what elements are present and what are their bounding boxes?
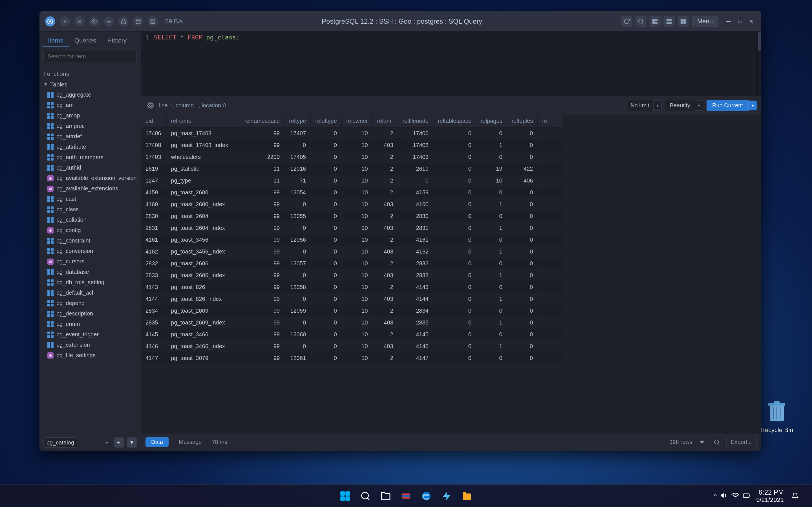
sidebar-item-pg-default-acl[interactable]: pg_default_acl (40, 288, 141, 298)
sidebar-item-pg-database[interactable]: pg_database (40, 267, 141, 277)
search-results-button[interactable] (712, 437, 722, 447)
sidebar-item-pg-amproc[interactable]: pg_amproc (40, 121, 141, 131)
table-row[interactable]: 4159pg_toast_2600991205401024159000 (141, 187, 563, 199)
notification-button[interactable] (790, 490, 801, 502)
col-relowner[interactable]: relowner (342, 115, 372, 127)
menu-button[interactable]: Menu (692, 16, 718, 27)
sidebar-item-pg-enum[interactable]: pg_enum (40, 319, 141, 329)
table-row[interactable]: 4160pg_toast_2600_index9900104034160010 (141, 199, 563, 210)
editor-vscroll[interactable] (757, 32, 761, 96)
image-button[interactable] (148, 16, 158, 26)
table-row[interactable]: 2619pg_statistic111201601022619019422 (141, 163, 563, 175)
tab-message[interactable]: Message (173, 437, 207, 447)
add-schema-button[interactable]: + (114, 438, 124, 448)
layout-btn-1[interactable] (649, 16, 661, 27)
sidebar-item-pg-available-extension-version[interactable]: ⊕ pg_available_extension_version (40, 173, 141, 183)
col-relam[interactable]: relam (372, 115, 398, 127)
sidebar-section-tables[interactable]: ▼ Tables (40, 79, 141, 90)
beautify-chevron-icon[interactable]: ▾ (695, 100, 703, 111)
data-table-wrapper[interactable]: oid relname relnamespace reltype relofty… (141, 115, 761, 433)
limit-value[interactable]: No limit (626, 100, 654, 111)
tab-items[interactable]: Items (42, 35, 69, 47)
sidebar-item-pg-constraint[interactable]: pg_constraint (40, 235, 141, 246)
sidebar-item-pg-available-extensions[interactable]: ⊕ pg_available_extensions (40, 183, 141, 194)
col-reloftype[interactable]: reloftype (311, 115, 342, 127)
table-row[interactable]: 17403wholesalers220017405010217403000 (141, 151, 563, 163)
taskbar-app1-button[interactable] (438, 487, 456, 505)
sidebar-item-pg-cursors[interactable]: ⊕ pg_cursors (40, 256, 141, 267)
app-icon[interactable] (45, 16, 55, 26)
sidebar-item-pg-am[interactable]: pg_am (40, 100, 141, 110)
table-row[interactable]: 2835pg_toast_2609_index9900104032835010 (141, 317, 563, 329)
run-current-button[interactable]: Run Current (707, 100, 749, 111)
taskbar-battery-icon[interactable] (743, 492, 751, 501)
maximize-button[interactable]: □ (735, 17, 744, 26)
sidebar-item-pg-conversion[interactable]: pg_conversion (40, 246, 141, 256)
col-relname[interactable]: relname (166, 115, 240, 127)
col-reltablespace[interactable]: reltablespace (433, 115, 476, 127)
table-row[interactable]: 2833pg_toast_2606_index9900104032833010 (141, 270, 563, 281)
table-row[interactable]: 1247pg_type117101020010406 (141, 175, 563, 187)
col-relpages[interactable]: relpages (476, 115, 507, 127)
table-row[interactable]: 4144pg_toast_826_index9900104034144010 (141, 293, 563, 305)
taskbar-volume-icon[interactable] (720, 492, 728, 501)
pin-button[interactable] (697, 437, 707, 447)
back-button[interactable] (60, 16, 70, 26)
taskbar-search-button[interactable] (356, 487, 374, 505)
query-editor[interactable]: 1 SELECT * FROM pg_class; (141, 32, 761, 96)
taskbar-browser-button[interactable] (417, 487, 435, 505)
table-row[interactable]: 4161pg_toast_3456991205601024161000 (141, 234, 563, 246)
table-row[interactable]: 17406pg_toast_174039917407010217406000 (141, 127, 563, 139)
sidebar-item-pg-amop[interactable]: pg_amop (40, 110, 141, 121)
tab-queries[interactable]: Queries (69, 35, 102, 47)
sidebar-item-pg-aggregate[interactable]: pg_aggregate (40, 90, 141, 100)
layout-btn-3[interactable] (677, 16, 689, 27)
tab-history[interactable]: History (102, 35, 132, 47)
sidebar-item-pg-attrdef[interactable]: pg_attrdef (40, 131, 141, 142)
table-row[interactable]: 17408pg_toast_17403_index990010403174080… (141, 139, 563, 151)
table-row[interactable]: 2834pg_toast_2609991205901022834000 (141, 305, 563, 317)
sidebar-item-pg-description[interactable]: pg_description (40, 308, 141, 319)
schema-options-button[interactable]: ▾ (126, 438, 137, 448)
systray-chevron[interactable]: ^ (714, 492, 717, 500)
col-reltype[interactable]: reltype (285, 115, 311, 127)
sidebar-search-input[interactable] (43, 51, 137, 62)
col-re[interactable]: re (538, 115, 563, 127)
limit-chevron[interactable]: ▾ (654, 100, 662, 111)
lock-button[interactable] (118, 16, 129, 26)
taskbar-network-icon[interactable] (731, 492, 739, 501)
recycle-bin[interactable]: Recycle Bin (758, 399, 795, 434)
refresh-button[interactable] (621, 16, 632, 27)
taskbar-filemanager-button[interactable] (458, 487, 476, 505)
minimize-button[interactable]: — (724, 17, 733, 26)
table-row[interactable]: 2832pg_toast_2606991205701022832000 (141, 258, 563, 270)
db-button[interactable] (133, 16, 143, 26)
beautify-button[interactable]: Beautify (665, 100, 695, 111)
table-row[interactable]: 4145pg_toast_3466991206001024145000 (141, 329, 563, 341)
table-row[interactable]: 2831pg_toast_2604_index9900104032831010 (141, 222, 563, 234)
stop-button[interactable]: ✕ (74, 16, 85, 26)
table-row[interactable]: 4146pg_toast_3466_index9900104034146010 (141, 341, 563, 352)
run-chevron-icon[interactable]: ▾ (749, 101, 757, 110)
sidebar-item-pg-depend[interactable]: pg_depend (40, 298, 141, 308)
sidebar-item-pg-attribute[interactable]: pg_attribute (40, 142, 141, 152)
sidebar-item-pg-authid[interactable]: pg_authid (40, 163, 141, 173)
sidebar-item-pg-config[interactable]: ⊕ pg_config (40, 225, 141, 235)
sidebar-item-pg-auth-members[interactable]: pg_auth_members (40, 152, 141, 163)
col-relfilenode[interactable]: relfilenode (398, 115, 433, 127)
sidebar-item-pg-class[interactable]: pg_class (40, 204, 141, 215)
layout-btn-2[interactable] (663, 16, 675, 27)
list-button[interactable] (104, 16, 114, 26)
col-reltuples[interactable]: reltuples (507, 115, 538, 127)
start-button[interactable] (336, 487, 354, 505)
tab-data[interactable]: Data (146, 437, 168, 447)
table-row[interactable]: 4143pg_toast_826991205801024143000 (141, 281, 563, 293)
table-row[interactable]: 2830pg_toast_2604991205501022830000 (141, 210, 563, 222)
taskbar-explorer-button[interactable] (377, 487, 395, 505)
taskbar-language-button[interactable] (397, 487, 415, 505)
sidebar-section-functions[interactable]: Functions (40, 68, 141, 79)
schema-select[interactable]: pg_catalog (43, 438, 77, 448)
query-settings-button[interactable] (146, 101, 156, 111)
col-oid[interactable]: oid (141, 115, 166, 127)
table-row[interactable]: 4162pg_toast_3456_index9900104034162010 (141, 246, 563, 258)
